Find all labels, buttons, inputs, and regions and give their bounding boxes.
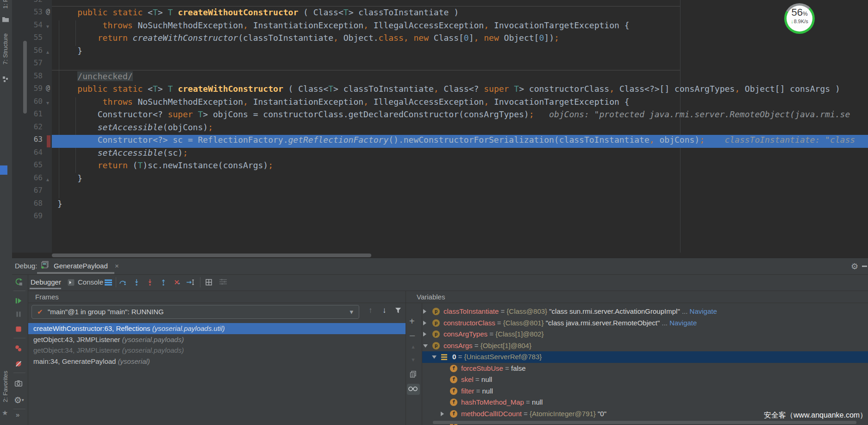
frame-row[interactable]: getObject:43, JRMPListener (ysoserial.pa… [28, 334, 406, 345]
rerun-button[interactable] [14, 278, 23, 286]
code-line[interactable]: } [57, 199, 62, 212]
variable-row[interactable]: pclassToInstantiate = {Class@803} "class… [422, 306, 868, 317]
line-number[interactable]: 63 [17, 135, 43, 148]
drop-frame-button[interactable] [173, 279, 181, 287]
code-line[interactable]: setAccessible(sc); [57, 148, 188, 161]
tab-console[interactable]: Console [78, 278, 103, 286]
fold-end-icon[interactable]: ▴ [46, 173, 49, 186]
frame-down-arrow-icon[interactable]: ↓ [382, 306, 387, 315]
line-number[interactable]: 67 [17, 186, 43, 199]
view-breakpoints-button[interactable] [14, 344, 23, 353]
step-into-button[interactable] [133, 279, 141, 287]
navigate-link[interactable]: Navigate [669, 319, 697, 327]
code-line[interactable]: throws NoSuchMethodException, Instantiat… [57, 97, 630, 110]
run-to-cursor-button[interactable] [186, 279, 194, 287]
code-line[interactable]: Constructor<?> sc = ReflectionFactory.ge… [57, 135, 855, 148]
debug-settings-gear-icon[interactable]: ⚙ [851, 261, 858, 272]
resume-program-button[interactable] [14, 297, 23, 305]
stop-button[interactable] [14, 325, 23, 333]
variable-row[interactable]: pconsArgTypes = {Class[1]@802} [422, 329, 868, 340]
close-icon[interactable]: × [115, 262, 119, 270]
breakpoint-marker[interactable] [47, 135, 50, 147]
variable-row[interactable]: fhashToMethod_Map = null [422, 397, 868, 408]
fold-start-icon[interactable]: ▾ [46, 97, 49, 110]
line-number[interactable]: 68 [17, 199, 43, 212]
code-line[interactable]: public static <T> T createWithConstructo… [57, 84, 840, 97]
annotation-gutter-icon[interactable]: @ [46, 84, 50, 97]
line-number[interactable]: 56 [17, 46, 43, 59]
line-number[interactable]: 58 [17, 71, 43, 84]
fold-start-icon[interactable]: ▾ [46, 20, 49, 33]
star-icon[interactable]: ★ [2, 409, 8, 417]
expand-twisty[interactable] [432, 355, 437, 359]
line-number[interactable]: 69 [17, 211, 43, 224]
add-watch-button[interactable]: + [409, 316, 415, 327]
step-over-button[interactable] [119, 279, 127, 287]
settings-layout-icon[interactable] [219, 279, 228, 287]
navigate-link[interactable]: Navigate [690, 307, 717, 315]
code-line[interactable]: } [57, 173, 82, 186]
step-out-button[interactable] [160, 279, 168, 287]
thread-dump-camera-icon[interactable] [14, 379, 23, 387]
code-line[interactable]: setAccessible(objCons); [57, 122, 213, 135]
code-line[interactable]: Constructor<? super T> objCons = constru… [57, 109, 850, 122]
code-line[interactable]: throws NoSuchMethodException, Instantiat… [57, 20, 630, 33]
mute-breakpoints-button[interactable] [14, 360, 23, 368]
download-progress-widget[interactable]: 56% ↓8.9K/s [784, 3, 815, 34]
hide-panel-icon[interactable] [862, 266, 867, 267]
line-number[interactable]: 65 [17, 160, 43, 173]
line-number[interactable]: 55 [17, 33, 43, 46]
expand-twisty[interactable] [441, 412, 444, 416]
line-number[interactable]: 59 [17, 84, 43, 97]
variable-row[interactable]: fskel = null [422, 374, 868, 386]
line-number[interactable]: 53 [17, 7, 43, 20]
evaluate-expression-button[interactable] [205, 279, 213, 287]
frame-up-arrow-icon[interactable]: ↑ [368, 306, 373, 315]
tool-window-button-structure[interactable]: 7: Structure [2, 33, 9, 64]
thread-selector-dropdown[interactable]: ✔ "main"@1 in group "main": RUNNING ▾ [31, 305, 359, 319]
more-actions-icon[interactable]: » [16, 411, 19, 419]
variables-horizontal-scrollbar[interactable] [433, 421, 856, 424]
tool-window-button-project[interactable]: 1: Pro [2, 0, 9, 9]
expand-twisty[interactable] [423, 332, 426, 336]
code-line[interactable]: return createWithConstructor(classToInst… [57, 33, 559, 46]
remove-watch-button[interactable]: – [410, 330, 415, 341]
frame-row[interactable]: getObject:34, JRMPListener (ysoserial.pa… [28, 345, 406, 356]
line-number[interactable]: 60 [17, 97, 43, 110]
line-number[interactable]: 64 [17, 148, 43, 161]
line-number[interactable]: 62 [17, 122, 43, 135]
variable-row[interactable]: fforceStubUse = false [422, 363, 868, 374]
variable-row[interactable]: pconsArgs = {Object[1]@804} [422, 340, 868, 352]
expand-twisty[interactable] [423, 344, 428, 348]
variable-row[interactable]: pconstructorClass = {Class@801} "class j… [422, 317, 868, 329]
code-line[interactable]: /unchecked/ [57, 71, 133, 84]
variable-row[interactable]: 0 = {UnicastServerRef@783} [422, 351, 868, 363]
frame-row[interactable]: createWithConstructor:63, Reflections (y… [28, 323, 406, 334]
editor-horizontal-scrollbar[interactable] [52, 254, 371, 257]
debugger-settings-gear-icon[interactable]: ⚙▾ [14, 395, 24, 406]
tool-window-button-favorites[interactable]: 2: Favorites [2, 371, 9, 402]
frame-row[interactable]: main:34, GeneratePayload (ysoserial) [28, 356, 406, 367]
line-number[interactable]: 57 [17, 58, 43, 71]
copy-icon[interactable] [410, 371, 417, 378]
show-watches-glasses-icon[interactable] [407, 384, 420, 395]
line-number[interactable]: 52 [17, 0, 43, 8]
expand-twisty[interactable] [423, 321, 426, 325]
variable-row[interactable]: ffilter = null [422, 386, 868, 397]
gutter-scrollbar[interactable] [23, 41, 27, 114]
pause-program-button[interactable] [14, 310, 23, 318]
move-down-icon[interactable]: ▼ [411, 357, 416, 362]
line-number[interactable]: 61 [17, 109, 43, 122]
fold-end-icon[interactable]: ▴ [46, 46, 49, 59]
code-line[interactable]: } [57, 46, 82, 59]
force-step-into-button[interactable] [146, 279, 155, 287]
annotation-gutter-icon[interactable]: @ [46, 7, 50, 20]
code-line[interactable]: return (T)sc.newInstance(consArgs); [57, 160, 273, 173]
tab-debugger[interactable]: Debugger [31, 278, 61, 286]
line-number[interactable]: 54 [17, 20, 43, 33]
session-tab-generatepayload[interactable]: GeneratePayload × [41, 260, 49, 273]
expand-twisty[interactable] [423, 309, 426, 314]
filter-funnel-icon[interactable] [394, 307, 402, 314]
line-number[interactable]: 66 [17, 173, 43, 186]
move-up-icon[interactable]: ▲ [411, 344, 416, 349]
